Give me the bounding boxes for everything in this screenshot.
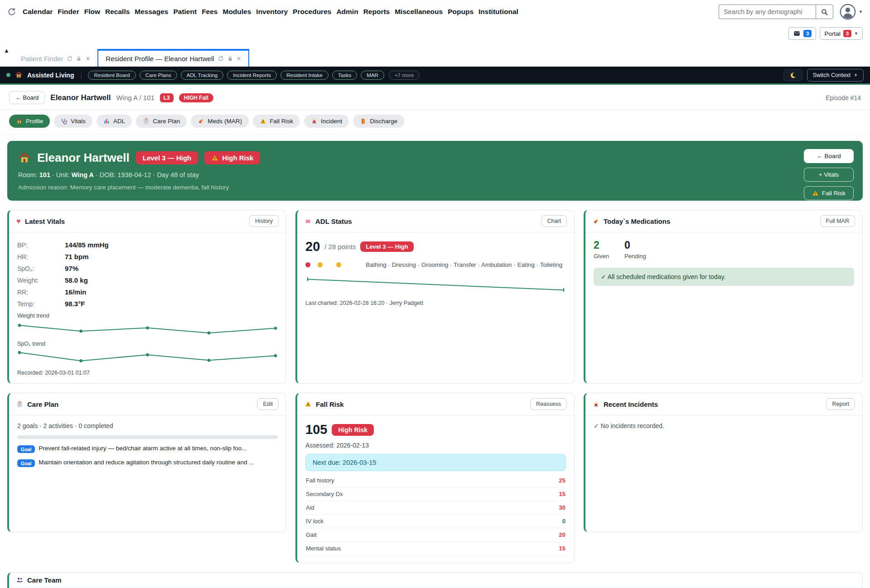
search-icon (821, 8, 828, 16)
refresh-icon[interactable] (67, 56, 72, 62)
status-dot (6, 73, 10, 77)
vital-label: RR: (17, 286, 65, 298)
topnav-item-institutional[interactable]: Institutional (478, 8, 518, 16)
warning-icon (304, 400, 312, 408)
room-number: 101 (39, 171, 50, 178)
pill-icon (198, 118, 204, 125)
topnav-item-miscellaneous[interactable]: Miscellaneous (395, 8, 443, 16)
refresh-icon[interactable] (218, 56, 224, 62)
goal-row: GoalPrevent fall-related injury — bed/ch… (17, 445, 278, 453)
hero-risk-badge: High Risk (204, 151, 260, 164)
user-menu[interactable]: ▼ (840, 4, 863, 20)
close-icon[interactable]: ✕ (237, 55, 242, 62)
topnav-item-modules[interactable]: Modules (222, 8, 251, 16)
given-label: Given (594, 253, 609, 260)
topnav-item-recalls[interactable]: Recalls (105, 8, 130, 16)
topnav-item-patient[interactable]: Patient (173, 8, 197, 16)
risk-factor-secondary-dx: Secondary Dx15 (305, 487, 566, 501)
subtab-fall-risk[interactable]: Fall Risk (253, 115, 300, 128)
context-module-pills: Resident BoardCare PlansADL TrackingInci… (88, 71, 384, 80)
back-to-board-button[interactable]: ← Board (9, 91, 45, 104)
lock-icon[interactable] (227, 56, 233, 62)
vital-row-rr: RR:16/min (17, 286, 278, 298)
report-button[interactable]: Report (826, 398, 855, 410)
subtab-label: Profile (26, 118, 43, 125)
collapse-tabs-icon[interactable]: ▲ (4, 47, 10, 54)
tab-resident-profile[interactable]: Resident Profile — Eleanor Hartwell ✕ (97, 49, 249, 67)
topnav-item-inventory[interactable]: Inventory (256, 8, 288, 16)
resident-hero-banner: Eleanor Hartwell Level 3 — High High Ris… (7, 141, 863, 201)
topnav-item-reports[interactable]: Reports (363, 8, 390, 16)
subtab-meds-mar[interactable]: Meds (MAR) (191, 115, 249, 128)
context-pill-resident-board[interactable]: Resident Board (88, 71, 135, 80)
care-team-card: Care Team Physician: Jerry PadgettNurse:… (7, 572, 863, 588)
topnav-item-fees[interactable]: Fees (202, 8, 218, 16)
adl-score: 20 (305, 239, 320, 254)
vital-row-weight: Weight:58.0 kg (17, 275, 278, 286)
house-icon (18, 152, 31, 164)
vital-value: 97% (65, 263, 78, 275)
history-button[interactable]: History (249, 215, 279, 227)
reassess-button[interactable]: Reassess (530, 398, 567, 410)
context-pill-tasks[interactable]: Tasks (332, 71, 357, 80)
clipboard-icon (16, 401, 23, 408)
lock-icon[interactable] (76, 56, 82, 62)
subtab-care-plan[interactable]: Care Plan (136, 115, 187, 128)
no-incidents-note: ✓ No incidents recorded. (594, 422, 854, 429)
search-button[interactable] (816, 5, 833, 19)
subtab-profile[interactable]: Profile (9, 115, 50, 128)
topnav-item-flow[interactable]: Flow (84, 8, 100, 16)
hero-board-button[interactable]: ← Board (804, 149, 854, 163)
topnav-item-finder[interactable]: Finder (58, 8, 79, 16)
context-pill-care-plans[interactable]: Care Plans (140, 71, 177, 80)
sync-icon[interactable] (7, 7, 16, 16)
adl-status-card: ADL Status Chart 20 / 28 points Level 3 … (295, 210, 575, 384)
card-title-text: Latest Vitals (25, 217, 65, 225)
subtab-discharge[interactable]: Discharge (353, 115, 404, 128)
warning-icon (812, 190, 819, 197)
topnav-item-admin[interactable]: Admin (336, 8, 358, 16)
factor-label: Mental status (306, 545, 341, 552)
subtab-vitals[interactable]: Vitals (54, 115, 92, 128)
search-input[interactable] (719, 5, 816, 19)
topnav-item-procedures[interactable]: Procedures (293, 8, 331, 16)
care-plan-card: Care Plan Edit 2 goals · 2 activities · … (7, 393, 286, 532)
context-more-pill[interactable]: +7 more (389, 71, 420, 80)
adl-trend-chart (305, 274, 566, 295)
pill-icon (593, 218, 599, 225)
dark-mode-button[interactable] (783, 69, 802, 81)
factor-value: 20 (559, 531, 566, 538)
fall-risk-badge: High Risk (332, 424, 374, 436)
hero-add-vitals-button[interactable]: + Vitals (804, 168, 854, 182)
hero-meta: Room: 101 · Unit: Wing A · DOB: 1938-04-… (18, 171, 852, 178)
context-pill-resident-intake[interactable]: Resident Intake (280, 71, 329, 80)
portal-button[interactable]: Portal 3 ▼ (820, 27, 863, 40)
meds-pending-stat: 0 Pending (624, 239, 646, 260)
mail-button[interactable]: 3 (788, 27, 816, 40)
vital-value: 71 bpm (65, 251, 89, 263)
context-pill-mar[interactable]: MAR (361, 71, 384, 80)
switch-context-button[interactable]: Switch Context ▼ (807, 69, 864, 82)
chevron-down-icon: ▼ (859, 10, 863, 14)
factor-label: Secondary Dx (306, 491, 343, 497)
meds-success-alert: ✓ All scheduled medications given for to… (594, 268, 854, 286)
vital-value: 16/min (65, 286, 87, 298)
tab-patient-finder[interactable]: Patient Finder ✕ (14, 51, 97, 67)
hero-fall-risk-button[interactable]: Fall Risk (804, 186, 854, 200)
subtab-incident[interactable]: Incident (304, 115, 349, 128)
meds-given-stat: 2 Given (594, 239, 609, 260)
close-icon[interactable]: ✕ (85, 55, 90, 62)
full-mar-button[interactable]: Full MAR (820, 215, 855, 227)
topnav-item-messages[interactable]: Messages (135, 8, 168, 16)
context-app-name: Assisted Living (27, 72, 74, 79)
context-pill-adl-tracking[interactable]: ADL Tracking (181, 71, 224, 80)
topnav-item-calendar[interactable]: Calendar (23, 8, 53, 16)
subtab-adl[interactable]: ADL (97, 115, 132, 128)
edit-button[interactable]: Edit (257, 398, 279, 410)
high-fall-badge: HIGH Fall (179, 93, 213, 102)
topnav-item-popups[interactable]: Popups (448, 8, 474, 16)
card-title-text: Care Team (27, 576, 62, 584)
context-pill-incident-reports[interactable]: Incident Reports (227, 71, 277, 80)
topbar-right: ▼ (719, 4, 863, 20)
chart-button[interactable]: Chart (541, 215, 567, 227)
